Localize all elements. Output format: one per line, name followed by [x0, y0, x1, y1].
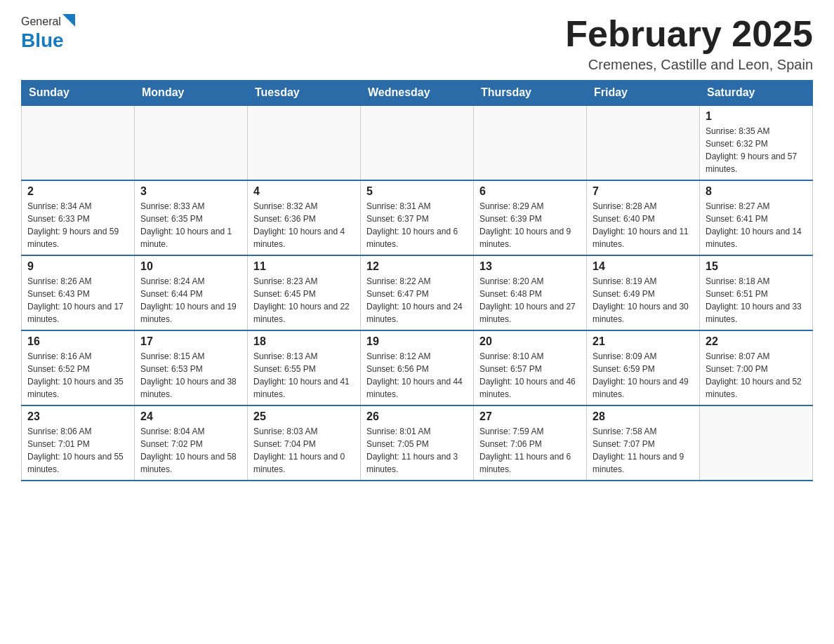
calendar-cell: 21Sunrise: 8:09 AM Sunset: 6:59 PM Dayli… [587, 330, 700, 405]
day-number: 10 [140, 260, 241, 273]
day-number: 24 [140, 410, 241, 423]
day-number: 19 [366, 335, 468, 348]
day-number: 17 [140, 335, 241, 348]
day-info: Sunrise: 8:09 AM Sunset: 6:59 PM Dayligh… [593, 350, 694, 401]
calendar-title: February 2025 [565, 14, 813, 54]
day-info: Sunrise: 8:03 AM Sunset: 7:04 PM Dayligh… [253, 425, 355, 476]
day-info: Sunrise: 8:31 AM Sunset: 6:37 PM Dayligh… [366, 200, 468, 250]
day-info: Sunrise: 8:15 AM Sunset: 6:53 PM Dayligh… [140, 350, 241, 401]
day-info: Sunrise: 8:35 AM Sunset: 6:32 PM Dayligh… [706, 125, 807, 175]
logo: General Blue [21, 14, 75, 52]
calendar-cell: 7Sunrise: 8:28 AM Sunset: 6:40 PM Daylig… [587, 180, 700, 255]
calendar-cell: 14Sunrise: 8:19 AM Sunset: 6:49 PM Dayli… [587, 255, 700, 330]
page-header: General Blue February 2025 Cremenes, Cas… [21, 14, 813, 73]
day-number: 18 [253, 335, 355, 348]
calendar-cell: 16Sunrise: 8:16 AM Sunset: 6:52 PM Dayli… [22, 330, 135, 405]
day-info: Sunrise: 8:27 AM Sunset: 6:41 PM Dayligh… [706, 200, 807, 250]
day-number: 22 [706, 335, 807, 348]
day-info: Sunrise: 8:22 AM Sunset: 6:47 PM Dayligh… [366, 275, 468, 326]
calendar-cell: 5Sunrise: 8:31 AM Sunset: 6:37 PM Daylig… [361, 180, 474, 255]
day-number: 4 [253, 185, 355, 198]
day-number: 8 [706, 185, 807, 198]
day-info: Sunrise: 8:18 AM Sunset: 6:51 PM Dayligh… [706, 275, 807, 326]
calendar-cell: 6Sunrise: 8:29 AM Sunset: 6:39 PM Daylig… [474, 180, 587, 255]
svg-marker-0 [62, 14, 75, 27]
calendar-cell: 10Sunrise: 8:24 AM Sunset: 6:44 PM Dayli… [135, 255, 248, 330]
day-info: Sunrise: 7:58 AM Sunset: 7:07 PM Dayligh… [593, 425, 694, 476]
day-of-week-header: Saturday [700, 81, 813, 106]
calendar-cell: 8Sunrise: 8:27 AM Sunset: 6:41 PM Daylig… [700, 180, 813, 255]
calendar-cell: 22Sunrise: 8:07 AM Sunset: 7:00 PM Dayli… [700, 330, 813, 405]
day-info: Sunrise: 8:04 AM Sunset: 7:02 PM Dayligh… [140, 425, 241, 476]
day-number: 23 [27, 410, 128, 423]
calendar-table: SundayMondayTuesdayWednesdayThursdayFrid… [21, 80, 813, 481]
calendar-cell [474, 105, 587, 180]
day-number: 3 [140, 185, 241, 198]
day-number: 7 [593, 185, 694, 198]
calendar-cell: 12Sunrise: 8:22 AM Sunset: 6:47 PM Dayli… [361, 255, 474, 330]
day-number: 1 [706, 110, 807, 123]
day-of-week-header: Sunday [22, 81, 135, 106]
day-info: Sunrise: 8:32 AM Sunset: 6:36 PM Dayligh… [253, 200, 355, 250]
day-of-week-header: Friday [587, 81, 700, 106]
day-of-week-header: Thursday [474, 81, 587, 106]
logo-blue-text: Blue [21, 29, 64, 52]
calendar-cell: 27Sunrise: 7:59 AM Sunset: 7:06 PM Dayli… [474, 405, 587, 481]
calendar-cell: 18Sunrise: 8:13 AM Sunset: 6:55 PM Dayli… [248, 330, 361, 405]
day-info: Sunrise: 8:12 AM Sunset: 6:56 PM Dayligh… [366, 350, 468, 401]
day-number: 9 [27, 260, 128, 273]
calendar-cell: 17Sunrise: 8:15 AM Sunset: 6:53 PM Dayli… [135, 330, 248, 405]
day-info: Sunrise: 8:16 AM Sunset: 6:52 PM Dayligh… [27, 350, 128, 401]
calendar-week-row: 2Sunrise: 8:34 AM Sunset: 6:33 PM Daylig… [22, 180, 813, 255]
calendar-week-row: 16Sunrise: 8:16 AM Sunset: 6:52 PM Dayli… [22, 330, 813, 405]
calendar-cell: 9Sunrise: 8:26 AM Sunset: 6:43 PM Daylig… [22, 255, 135, 330]
day-info: Sunrise: 8:34 AM Sunset: 6:33 PM Dayligh… [27, 200, 128, 250]
day-info: Sunrise: 8:20 AM Sunset: 6:48 PM Dayligh… [479, 275, 581, 326]
day-number: 25 [253, 410, 355, 423]
title-block: February 2025 Cremenes, Castille and Leo… [565, 14, 813, 73]
day-info: Sunrise: 8:28 AM Sunset: 6:40 PM Dayligh… [593, 200, 694, 250]
calendar-cell: 2Sunrise: 8:34 AM Sunset: 6:33 PM Daylig… [22, 180, 135, 255]
day-number: 13 [479, 260, 581, 273]
day-number: 20 [479, 335, 581, 348]
day-number: 26 [366, 410, 468, 423]
day-number: 11 [253, 260, 355, 273]
day-number: 12 [366, 260, 468, 273]
day-number: 21 [593, 335, 694, 348]
calendar-cell: 1Sunrise: 8:35 AM Sunset: 6:32 PM Daylig… [700, 105, 813, 180]
day-of-week-header: Tuesday [248, 81, 361, 106]
day-info: Sunrise: 8:13 AM Sunset: 6:55 PM Dayligh… [253, 350, 355, 401]
day-number: 15 [706, 260, 807, 273]
calendar-cell: 25Sunrise: 8:03 AM Sunset: 7:04 PM Dayli… [248, 405, 361, 481]
day-info: Sunrise: 8:10 AM Sunset: 6:57 PM Dayligh… [479, 350, 581, 401]
day-number: 2 [27, 185, 128, 198]
calendar-cell [700, 405, 813, 481]
day-of-week-header: Monday [135, 81, 248, 106]
day-number: 16 [27, 335, 128, 348]
logo-arrow-icon [62, 14, 75, 29]
day-number: 6 [479, 185, 581, 198]
calendar-week-row: 1Sunrise: 8:35 AM Sunset: 6:32 PM Daylig… [22, 105, 813, 180]
day-of-week-header: Wednesday [361, 81, 474, 106]
calendar-cell: 4Sunrise: 8:32 AM Sunset: 6:36 PM Daylig… [248, 180, 361, 255]
calendar-subtitle: Cremenes, Castille and Leon, Spain [565, 57, 813, 73]
day-info: Sunrise: 8:19 AM Sunset: 6:49 PM Dayligh… [593, 275, 694, 326]
calendar-cell: 19Sunrise: 8:12 AM Sunset: 6:56 PM Dayli… [361, 330, 474, 405]
calendar-cell [361, 105, 474, 180]
calendar-cell: 26Sunrise: 8:01 AM Sunset: 7:05 PM Dayli… [361, 405, 474, 481]
day-number: 5 [366, 185, 468, 198]
day-info: Sunrise: 8:24 AM Sunset: 6:44 PM Dayligh… [140, 275, 241, 326]
day-info: Sunrise: 7:59 AM Sunset: 7:06 PM Dayligh… [479, 425, 581, 476]
calendar-cell: 11Sunrise: 8:23 AM Sunset: 6:45 PM Dayli… [248, 255, 361, 330]
calendar-cell [135, 105, 248, 180]
calendar-cell: 3Sunrise: 8:33 AM Sunset: 6:35 PM Daylig… [135, 180, 248, 255]
calendar-cell: 28Sunrise: 7:58 AM Sunset: 7:07 PM Dayli… [587, 405, 700, 481]
day-number: 14 [593, 260, 694, 273]
day-number: 28 [593, 410, 694, 423]
calendar-cell: 20Sunrise: 8:10 AM Sunset: 6:57 PM Dayli… [474, 330, 587, 405]
calendar-cell [248, 105, 361, 180]
calendar-week-row: 23Sunrise: 8:06 AM Sunset: 7:01 PM Dayli… [22, 405, 813, 481]
day-info: Sunrise: 8:01 AM Sunset: 7:05 PM Dayligh… [366, 425, 468, 476]
calendar-week-row: 9Sunrise: 8:26 AM Sunset: 6:43 PM Daylig… [22, 255, 813, 330]
calendar-cell: 24Sunrise: 8:04 AM Sunset: 7:02 PM Dayli… [135, 405, 248, 481]
